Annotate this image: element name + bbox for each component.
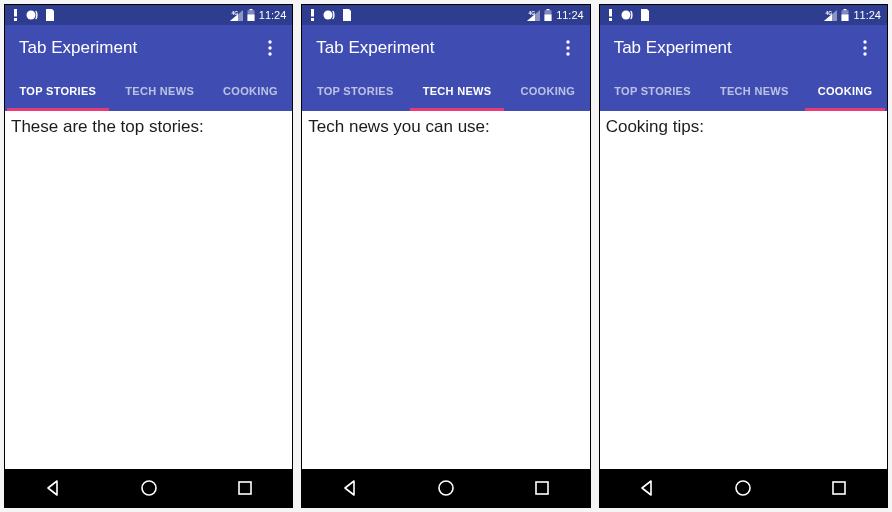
svg-point-19 bbox=[566, 40, 569, 43]
nav-bar bbox=[5, 469, 292, 507]
tab-cooking[interactable]: COOKING bbox=[209, 71, 293, 111]
talkback-icon bbox=[26, 9, 40, 21]
phone-screen-2: 4G 11:24 Tab Experiment TOP STORIES TECH… bbox=[599, 4, 888, 508]
tab-label: TOP STORIES bbox=[614, 85, 691, 97]
tab-top-stories[interactable]: TOP STORIES bbox=[302, 71, 408, 111]
svg-rect-0 bbox=[14, 9, 17, 17]
tab-top-stories[interactable]: TOP STORIES bbox=[600, 71, 706, 111]
nav-back-button[interactable] bbox=[638, 479, 656, 497]
tab-bar: TOP STORIES TECH NEWS COOKING bbox=[600, 71, 887, 111]
sd-card-icon bbox=[640, 9, 650, 21]
nav-back-button[interactable] bbox=[44, 479, 62, 497]
nav-recent-button[interactable] bbox=[830, 479, 848, 497]
nav-home-button[interactable] bbox=[733, 478, 753, 498]
svg-rect-6 bbox=[247, 15, 254, 22]
svg-point-32 bbox=[863, 46, 866, 49]
svg-point-7 bbox=[269, 40, 272, 43]
svg-rect-25 bbox=[609, 18, 612, 21]
nav-bar bbox=[600, 469, 887, 507]
nav-bar bbox=[302, 469, 589, 507]
phone-screen-1: 4G 11:24 Tab Experiment TOP STORIES TECH… bbox=[301, 4, 590, 508]
nav-recent-button[interactable] bbox=[236, 479, 254, 497]
app-bar: Tab Experiment bbox=[5, 25, 292, 71]
svg-rect-13 bbox=[311, 18, 314, 21]
status-bar: 4G 11:24 bbox=[600, 5, 887, 25]
tab-tech-news[interactable]: TECH NEWS bbox=[111, 71, 209, 111]
svg-rect-28 bbox=[844, 9, 847, 10]
signal-icon: 4G bbox=[230, 10, 243, 21]
tab-tech-news[interactable]: TECH NEWS bbox=[705, 71, 803, 111]
content-area: These are the top stories: bbox=[5, 111, 292, 469]
svg-point-31 bbox=[863, 40, 866, 43]
status-time: 11:24 bbox=[556, 9, 584, 21]
app-title: Tab Experiment bbox=[614, 38, 732, 58]
svg-point-9 bbox=[269, 52, 272, 55]
tab-label: TOP STORIES bbox=[20, 85, 97, 97]
nav-back-button[interactable] bbox=[341, 479, 359, 497]
content-area: Tech news you can use: bbox=[302, 111, 589, 469]
svg-point-20 bbox=[566, 46, 569, 49]
svg-point-2 bbox=[27, 11, 36, 20]
tab-tech-news[interactable]: TECH NEWS bbox=[408, 71, 506, 111]
svg-point-26 bbox=[621, 11, 630, 20]
tab-top-stories[interactable]: TOP STORIES bbox=[5, 71, 111, 111]
status-time: 11:24 bbox=[853, 9, 881, 21]
app-bar: Tab Experiment bbox=[302, 25, 589, 71]
priority-icon bbox=[606, 9, 616, 21]
svg-point-10 bbox=[142, 481, 156, 495]
tab-label: TOP STORIES bbox=[317, 85, 394, 97]
app-title: Tab Experiment bbox=[19, 38, 137, 58]
svg-rect-12 bbox=[311, 9, 314, 17]
svg-rect-1 bbox=[14, 18, 17, 21]
priority-icon bbox=[308, 9, 318, 21]
overflow-menu-button[interactable] bbox=[560, 32, 576, 64]
talkback-icon bbox=[323, 9, 337, 21]
status-bar: 4G 11:24 bbox=[5, 5, 292, 25]
tab-label: TECH NEWS bbox=[125, 85, 194, 97]
battery-icon bbox=[247, 9, 255, 21]
svg-point-22 bbox=[439, 481, 453, 495]
tab-label: COOKING bbox=[520, 85, 575, 97]
sd-card-icon bbox=[45, 9, 55, 21]
status-bar: 4G 11:24 bbox=[302, 5, 589, 25]
content-text: Tech news you can use: bbox=[308, 117, 583, 137]
svg-text:4G: 4G bbox=[529, 10, 536, 16]
nav-home-button[interactable] bbox=[139, 478, 159, 498]
svg-rect-23 bbox=[536, 482, 548, 494]
nav-recent-button[interactable] bbox=[533, 479, 551, 497]
svg-rect-16 bbox=[547, 9, 550, 10]
tab-bar: TOP STORIES TECH NEWS COOKING bbox=[302, 71, 589, 111]
app-bar: Tab Experiment bbox=[600, 25, 887, 71]
talkback-icon bbox=[621, 9, 635, 21]
tab-label: COOKING bbox=[818, 85, 873, 97]
svg-point-33 bbox=[863, 52, 866, 55]
content-area: Cooking tips: bbox=[600, 111, 887, 469]
nav-home-button[interactable] bbox=[436, 478, 456, 498]
signal-icon: 4G bbox=[824, 10, 837, 21]
svg-point-14 bbox=[324, 11, 333, 20]
svg-rect-18 bbox=[545, 15, 552, 22]
overflow-menu-button[interactable] bbox=[262, 32, 278, 64]
content-text: These are the top stories: bbox=[11, 117, 286, 137]
overflow-menu-button[interactable] bbox=[857, 32, 873, 64]
tab-label: TECH NEWS bbox=[720, 85, 789, 97]
svg-rect-4 bbox=[249, 9, 252, 10]
sd-card-icon bbox=[342, 9, 352, 21]
signal-icon: 4G bbox=[527, 10, 540, 21]
svg-point-21 bbox=[566, 52, 569, 55]
svg-text:4G: 4G bbox=[826, 10, 833, 16]
svg-point-34 bbox=[736, 481, 750, 495]
svg-text:4G: 4G bbox=[231, 10, 238, 16]
tab-label: TECH NEWS bbox=[423, 85, 492, 97]
svg-rect-30 bbox=[842, 15, 849, 22]
svg-point-8 bbox=[269, 46, 272, 49]
battery-icon bbox=[544, 9, 552, 21]
app-title: Tab Experiment bbox=[316, 38, 434, 58]
svg-rect-35 bbox=[833, 482, 845, 494]
tab-cooking[interactable]: COOKING bbox=[803, 71, 887, 111]
svg-rect-24 bbox=[609, 9, 612, 17]
battery-icon bbox=[841, 9, 849, 21]
tab-cooking[interactable]: COOKING bbox=[506, 71, 590, 111]
tab-label: COOKING bbox=[223, 85, 278, 97]
status-time: 11:24 bbox=[259, 9, 287, 21]
